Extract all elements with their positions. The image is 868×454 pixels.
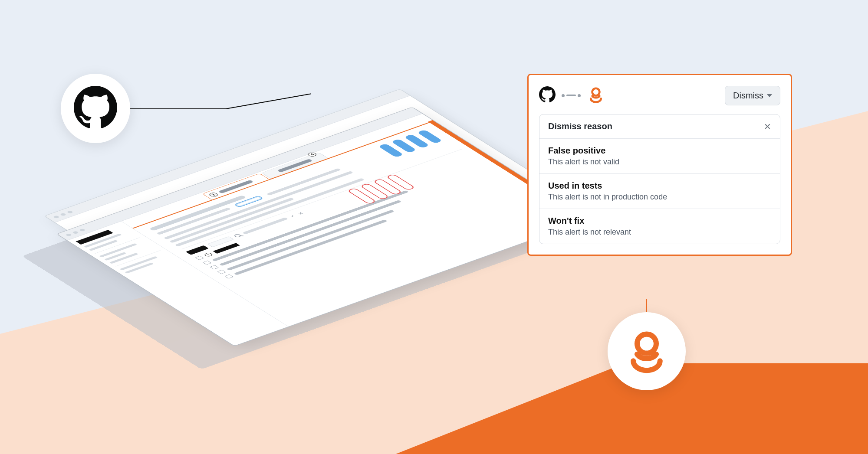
option-title: Won't fix xyxy=(548,216,771,226)
github-icon xyxy=(74,86,117,131)
check-icon: ✓ xyxy=(288,214,297,218)
close-icon: ✕ xyxy=(296,211,305,216)
tab-badge: 1 xyxy=(208,192,220,198)
github-icon xyxy=(539,86,556,105)
option-title: False positive xyxy=(548,146,771,156)
traffic-light-icon xyxy=(72,231,79,234)
svg-point-0 xyxy=(592,88,600,96)
dismiss-reason-menu: Dismiss reason ✕ False positive This ale… xyxy=(539,114,780,244)
sonarcloud-icon xyxy=(623,327,671,376)
svg-point-1 xyxy=(637,334,656,353)
dismiss-option-wont-fix[interactable]: Won't fix This alert is not relevant xyxy=(539,209,780,244)
dismiss-card: Dismiss Dismiss reason ✕ False positive … xyxy=(527,74,792,256)
connector-line xyxy=(130,108,312,109)
search-icon[interactable] xyxy=(233,234,242,238)
traffic-light-icon xyxy=(65,233,72,237)
option-desc: This alert is not relevant xyxy=(548,228,771,237)
dismiss-button-label: Dismiss xyxy=(733,91,763,101)
sonarcloud-logo-bubble xyxy=(608,312,686,390)
link-icon xyxy=(562,94,581,97)
option-title: Used in tests xyxy=(548,181,771,191)
close-icon[interactable]: ✕ xyxy=(764,122,771,131)
dismiss-option-false-positive[interactable]: False positive This alert is not valid xyxy=(539,139,780,174)
sonarcloud-icon xyxy=(587,85,605,105)
option-desc: This alert is not valid xyxy=(548,157,771,167)
dismiss-option-used-in-tests[interactable]: Used in tests This alert is not in produ… xyxy=(539,174,780,209)
checkbox-icon[interactable] xyxy=(195,256,204,260)
option-desc: This alert is not in production code xyxy=(548,193,771,202)
github-logo-bubble xyxy=(61,74,130,143)
chevron-down-icon xyxy=(767,94,772,97)
dismiss-button[interactable]: Dismiss xyxy=(725,86,780,105)
menu-title: Dismiss reason xyxy=(548,121,612,131)
issue-count-badge: ! xyxy=(204,252,214,257)
traffic-light-icon xyxy=(79,229,86,232)
